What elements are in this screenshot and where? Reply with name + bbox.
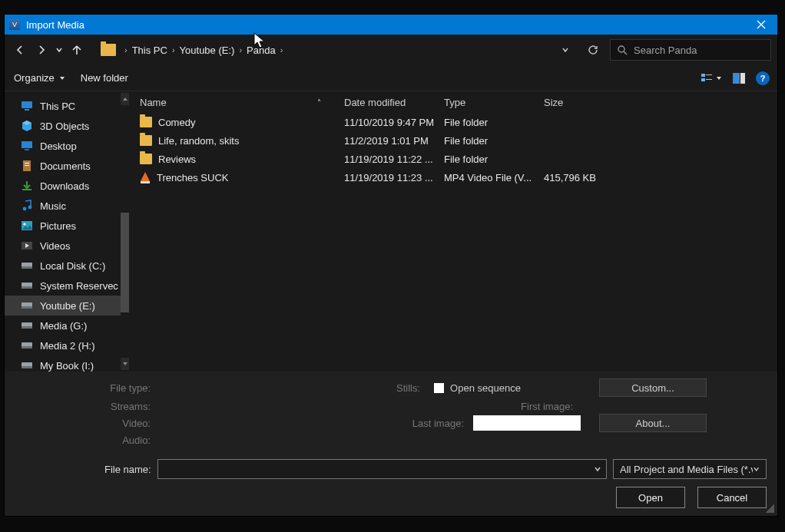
svg-point-37 [30,367,31,368]
forward-button[interactable] [32,41,51,59]
help-button[interactable]: ? [756,71,770,85]
meta-streams-label: Streams: [5,401,158,412]
breadcrumb[interactable]: › This PC › Youtube (E:) › Panda › [121,45,553,56]
scroll-up-button[interactable] [121,93,129,105]
custom-button[interactable]: Custom... [599,378,707,397]
sidebar-item[interactable]: Media 2 (H:) [5,335,129,355]
scroll-down-button[interactable] [121,358,129,370]
open-sequence-label: Open sequence [450,382,521,394]
file-name-dropdown-icon[interactable] [589,460,606,478]
file-date: 11/10/2019 9:47 PM [344,117,444,128]
up-button[interactable] [68,41,86,59]
svg-rect-3 [701,78,705,81]
column-name[interactable]: Name ˄ [129,97,344,108]
scrollbar-thumb[interactable] [121,213,129,312]
sidebar-item[interactable]: Videos [5,236,129,256]
sidebar-item-label: My Book (I:) [40,360,94,372]
sidebar-item[interactable]: Documents [5,156,129,176]
svg-point-34 [30,347,31,349]
back-button[interactable] [11,41,29,59]
sidebar-item-label: System Reservec [40,280,118,292]
resize-grip[interactable] [765,504,774,513]
pc-icon [20,101,34,111]
sidebar-item[interactable]: Pictures [5,216,129,236]
breadcrumb-seg-0[interactable]: This PC [132,45,167,56]
docs-icon [20,160,34,172]
meta-filetype-label: File type: [5,382,158,394]
import-media-dialog: V Import Media › This PC › Youtube (E:) … [4,14,778,517]
sidebar-item[interactable]: Media (G:) [5,316,129,335]
svg-point-31 [30,327,31,329]
file-type: File folder [444,154,544,165]
breadcrumb-seg-1[interactable]: Youtube (E:) [180,45,235,56]
sidebar-item[interactable]: System Reservec [5,276,129,296]
preview-pane-button[interactable] [733,72,745,84]
svg-point-0 [618,46,624,52]
breadcrumb-dropdown-icon[interactable] [556,41,575,59]
svg-rect-4 [706,79,712,80]
sidebar-item[interactable]: This PC [5,96,129,116]
sidebar-item-label: 3D Objects [40,121,89,132]
column-size[interactable]: Size [544,97,636,108]
organize-button[interactable]: Organize [14,72,65,84]
disk-icon [20,280,34,291]
file-row[interactable]: Comedy11/10/2019 9:47 PMFile folder [129,113,777,131]
svg-point-22 [30,267,31,269]
cancel-button[interactable]: Cancel [697,487,767,508]
svg-rect-10 [25,149,29,150]
close-button[interactable] [745,15,777,35]
meta-video-label: Video: [5,418,158,429]
sidebar-item[interactable]: My Book (I:) [5,355,129,372]
sidebar-item[interactable]: Downloads [5,176,129,196]
sidebar-item[interactable]: Music [5,196,129,216]
svg-rect-2 [706,74,712,75]
search-icon [617,45,628,55]
file-row[interactable]: Reviews11/19/2019 11:22 ...File folder [129,150,777,168]
last-image-field[interactable] [473,415,581,431]
svg-rect-12 [25,163,29,164]
file-name-input[interactable] [157,459,607,479]
open-button[interactable]: Open [616,487,685,508]
file-name-label: File name: [104,464,151,475]
sidebar-item-label: Media 2 (H:) [40,340,95,352]
open-sequence-checkbox[interactable] [434,383,444,393]
sidebar-item-label: Youtube (E:) [40,300,95,312]
meta-lastimage-label: Last image: [412,418,464,429]
toolbar: Organize New folder ? [5,65,777,91]
sidebar-item[interactable]: 3D Objects [5,116,129,136]
breadcrumb-seg-2[interactable]: Panda [247,45,276,56]
view-icon [701,72,713,84]
file-row[interactable]: Life, random, skits11/2/2019 1:01 PMFile… [129,131,777,150]
file-type: File folder [444,135,544,147]
view-options-button[interactable] [701,72,722,84]
sidebar-item-label: Downloads [40,180,89,192]
recent-dropdown-icon[interactable] [54,41,65,59]
sidebar-scrollbar[interactable] [121,105,129,358]
search-input[interactable]: Search Panda [610,39,771,61]
disk-icon [20,360,34,371]
file-date: 11/2/2019 1:01 PM [344,135,444,147]
body: This PC3D ObjectsDesktopDocumentsDownloa… [5,91,777,372]
about-button[interactable]: About... [599,414,707,432]
file-row[interactable]: Trenches SUCK11/19/2019 11:23 ...MP4 Vid… [129,168,777,187]
chevron-down-icon [716,75,722,81]
sidebar-item[interactable]: Local Disk (C:) [5,256,129,276]
new-folder-button[interactable]: New folder [81,72,128,84]
chevron-down-icon [753,465,760,473]
column-date[interactable]: Date modified [344,97,444,108]
titlebar-title: Import Media [26,19,84,31]
sidebar-item-label: Documents [40,160,91,172]
sidebar: This PC3D ObjectsDesktopDocumentsDownloa… [5,91,129,372]
svg-rect-13 [25,165,29,166]
folder-icon [140,135,152,146]
sidebar-item[interactable]: Desktop [5,136,129,156]
svg-rect-5 [733,73,740,84]
sidebar-item-label: Music [40,200,66,212]
refresh-button[interactable] [584,41,602,59]
breadcrumb-root-icon[interactable] [98,40,118,60]
sidebar-item[interactable]: Youtube (E:) [5,296,129,316]
videos-icon [20,240,34,251]
file-date: 11/19/2019 11:23 ... [344,172,444,183]
column-type[interactable]: Type [444,97,544,108]
file-type-filter[interactable]: All Project and Media Files (*.ve [613,459,767,479]
